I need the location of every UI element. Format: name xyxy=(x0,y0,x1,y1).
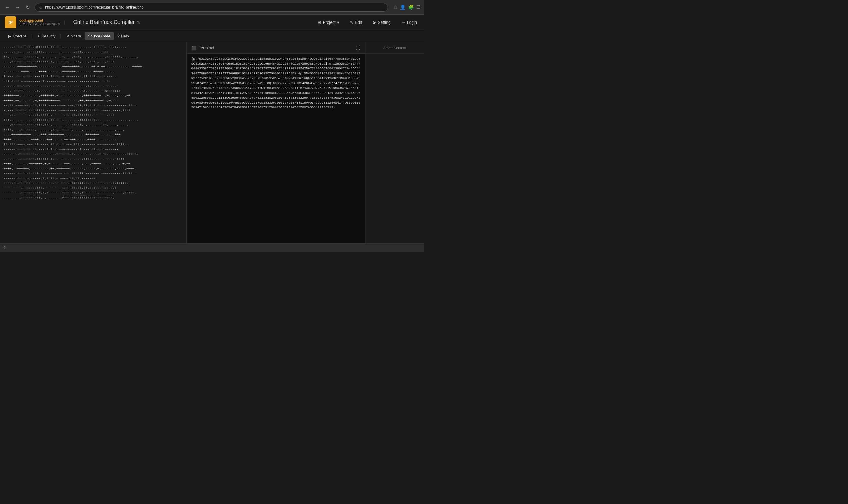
logo-sub: SIMPLY EASY LEARNING xyxy=(19,23,60,26)
back-button[interactable]: ← xyxy=(3,3,12,12)
menu-button[interactable]: ☰ xyxy=(416,4,420,10)
edit-label: Edit xyxy=(355,20,362,25)
terminal-label-area: ⬛ Terminal xyxy=(192,46,214,50)
sep2: | xyxy=(59,34,63,38)
project-menu[interactable]: ⊞ Project ▾ xyxy=(315,19,342,26)
status-bar: 2 xyxy=(0,243,424,252)
forward-button[interactable]: → xyxy=(14,3,22,12)
fullscreen-button[interactable]: ⛶ xyxy=(356,45,360,51)
logo-text-block: codingground SIMPLY EASY LEARNING xyxy=(19,19,60,26)
line-number: 2 xyxy=(3,246,5,250)
help-icon: ? xyxy=(118,34,120,38)
project-chevron: ▾ xyxy=(337,20,339,25)
help-label: Help xyxy=(121,34,129,38)
login-label: Login xyxy=(407,20,417,25)
terminal-icon: ⬛ xyxy=(192,46,196,50)
browser-icons: ☆ 👤 🧩 ☰ xyxy=(393,4,420,10)
logo-brand: codingground xyxy=(19,19,60,23)
edit-icon-nav: ✎ xyxy=(350,20,353,25)
login-icon: → xyxy=(401,20,405,25)
setting-icon: ⚙ xyxy=(373,20,376,25)
setting-menu[interactable]: ⚙ Setting xyxy=(370,19,393,26)
ad-panel: Advertisement xyxy=(365,42,424,243)
code-editor[interactable]: ----.++++++++++.<+++++++++++++.-.-------… xyxy=(3,45,183,200)
security-icon: 🛡 xyxy=(39,5,43,10)
top-nav: tP codingground SIMPLY EASY LEARNING | O… xyxy=(0,15,424,30)
refresh-button[interactable]: ↻ xyxy=(23,3,32,12)
url-text: https://www.tutorialspoint.com/execute_b… xyxy=(45,5,144,10)
main-content: ----.++++++++++.<+++++++++++++.-.-------… xyxy=(0,42,424,243)
terminal-panel: ⬛ Terminal ⛶ {p:790132450226489923634923… xyxy=(187,42,365,243)
login-button[interactable]: → Login xyxy=(399,19,419,26)
logo-icon: tP xyxy=(5,17,17,28)
project-icon: ⊞ xyxy=(318,20,321,25)
ad-header: Advertisement xyxy=(365,42,424,54)
share-button[interactable]: ↗ Share xyxy=(62,32,85,40)
source-code-label: Source Code xyxy=(88,34,110,38)
sep1: | xyxy=(30,34,34,38)
beautify-button[interactable]: ✦ Beautify xyxy=(34,32,59,40)
nav-right: ⊞ Project ▾ ✎ Edit ⚙ Setting → Login xyxy=(315,19,419,26)
beautify-label: Beautify xyxy=(42,34,56,38)
share-label: Share xyxy=(71,34,81,38)
setting-label: Setting xyxy=(378,20,391,25)
execute-button[interactable]: ▶ Execute xyxy=(5,32,30,40)
site-title: Online Brainfuck Compiler xyxy=(73,19,135,25)
browser-chrome: ← → ↻ 🛡 https://www.tutorialspoint.com/e… xyxy=(0,0,424,15)
source-code-button[interactable]: Source Code xyxy=(85,32,114,40)
address-bar[interactable]: 🛡 https://www.tutorialspoint.com/execute… xyxy=(35,3,388,12)
profile-button[interactable]: 👤 xyxy=(400,4,406,10)
ad-label: Advertisement xyxy=(383,46,406,50)
logo-area: tP codingground SIMPLY EASY LEARNING xyxy=(5,17,60,28)
code-panel[interactable]: ----.++++++++++.<+++++++++++++.-.-------… xyxy=(0,42,187,243)
edit-site-icon[interactable]: ✎ xyxy=(137,20,140,25)
terminal-output: {p:7901324502264899236349230781143813838… xyxy=(187,54,365,243)
logo-abbr: tP xyxy=(8,20,13,25)
toolbar: ▶ Execute | ✦ Beautify | ↗ Share Source … xyxy=(0,30,424,42)
bookmark-button[interactable]: ☆ xyxy=(393,4,397,10)
terminal-header: ⬛ Terminal ⛶ xyxy=(187,42,365,54)
nav-buttons: ← → ↻ xyxy=(3,3,32,12)
project-label: Project xyxy=(323,20,336,25)
edit-menu[interactable]: ✎ Edit xyxy=(347,19,364,26)
beautify-icon: ✦ xyxy=(37,34,40,38)
help-button[interactable]: ? Help xyxy=(114,32,132,40)
execute-label: Execute xyxy=(13,34,26,38)
terminal-label-text: Terminal xyxy=(199,46,214,50)
execute-icon: ▶ xyxy=(8,34,11,38)
extensions-button[interactable]: 🧩 xyxy=(408,4,414,10)
share-icon: ↗ xyxy=(66,34,69,38)
